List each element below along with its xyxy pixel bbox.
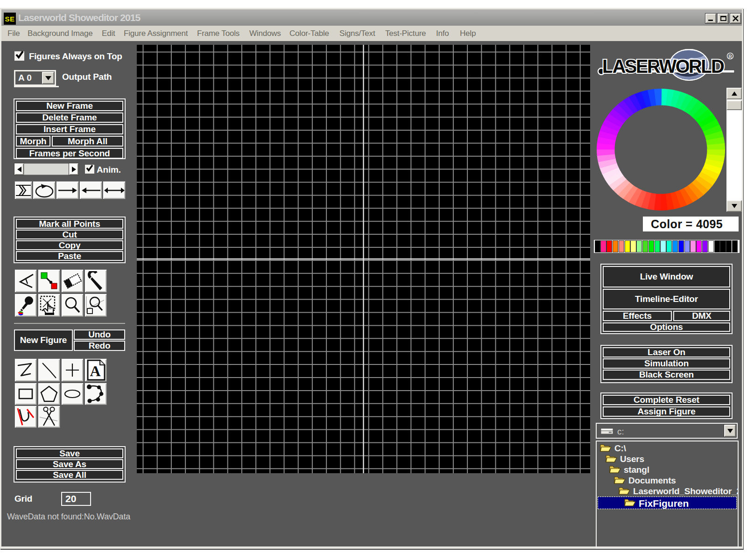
svg-text:A: A <box>90 363 100 379</box>
svg-text:R: R <box>728 54 732 59</box>
svg-text:LASERWORLD: LASERWORLD <box>602 56 725 77</box>
